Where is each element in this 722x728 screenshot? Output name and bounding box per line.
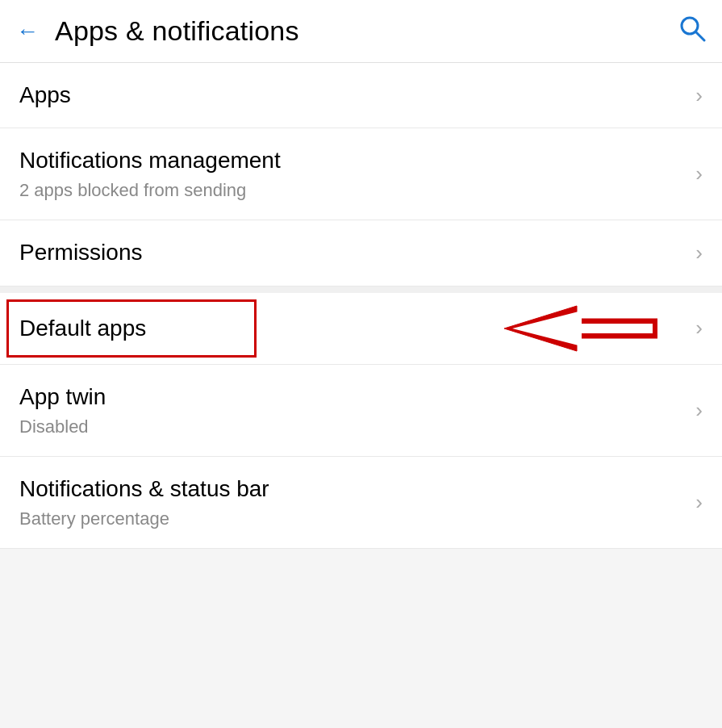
menu-item-permissions[interactable]: Permissions › bbox=[0, 220, 722, 286]
page-title: Apps & notifications bbox=[55, 15, 299, 47]
chevron-icon: › bbox=[695, 490, 703, 515]
permissions-title: Permissions bbox=[19, 238, 686, 267]
menu-item-notifications-status-bar-text: Notifications & status bar Battery perce… bbox=[19, 475, 686, 530]
apps-title: Apps bbox=[19, 81, 686, 110]
menu-item-permissions-text: Permissions bbox=[19, 238, 686, 267]
back-icon[interactable]: ← bbox=[16, 20, 39, 43]
header-left: ← Apps & notifications bbox=[16, 15, 299, 47]
chevron-icon: › bbox=[695, 398, 703, 423]
notifications-status-bar-subtitle: Battery percentage bbox=[19, 508, 686, 531]
app-twin-title: App twin bbox=[19, 383, 686, 412]
chevron-icon: › bbox=[695, 316, 703, 341]
app-header: ← Apps & notifications bbox=[0, 0, 722, 63]
svg-line-1 bbox=[696, 32, 704, 40]
arrow-icon bbox=[504, 303, 657, 354]
svg-marker-3 bbox=[512, 311, 653, 346]
app-twin-subtitle: Disabled bbox=[19, 416, 686, 439]
separator bbox=[0, 287, 722, 293]
menu-item-app-twin[interactable]: App twin Disabled › bbox=[0, 365, 722, 457]
menu-item-apps[interactable]: Apps › bbox=[0, 63, 722, 128]
notifications-management-subtitle: 2 apps blocked from sending bbox=[19, 179, 686, 203]
menu-item-apps-text: Apps bbox=[19, 81, 686, 110]
menu-item-notifications-management[interactable]: Notifications management 2 apps blocked … bbox=[0, 128, 722, 220]
menu-item-notifications-status-bar[interactable]: Notifications & status bar Battery perce… bbox=[0, 457, 722, 549]
chevron-icon: › bbox=[695, 83, 703, 108]
notifications-management-title: Notifications management bbox=[19, 146, 686, 175]
search-icon[interactable] bbox=[678, 15, 706, 48]
arrow-annotation bbox=[504, 303, 657, 354]
chevron-icon: › bbox=[695, 161, 703, 186]
chevron-icon: › bbox=[695, 241, 703, 266]
menu-item-app-twin-text: App twin Disabled bbox=[19, 383, 686, 438]
menu-item-notifications-text: Notifications management 2 apps blocked … bbox=[19, 146, 686, 202]
menu-item-default-apps[interactable]: Default apps › bbox=[0, 293, 722, 365]
settings-list: Apps › Notifications management 2 apps b… bbox=[0, 63, 722, 549]
notifications-status-bar-title: Notifications & status bar bbox=[19, 475, 686, 504]
